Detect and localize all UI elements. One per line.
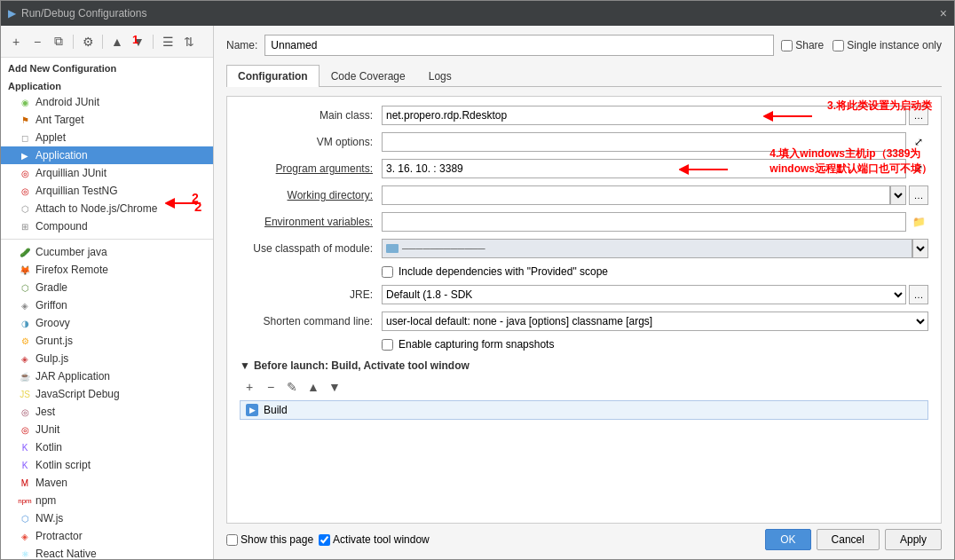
sidebar-item-gradle[interactable]: ⬡ Gradle — [1, 279, 213, 296]
classpath-module-select[interactable]: ▼ — [912, 239, 928, 258]
sidebar-item-javascript-debug[interactable]: JS JavaScript Debug — [1, 385, 213, 403]
sidebar-item-label: Gradle — [36, 281, 67, 294]
sidebar-item-android-junit[interactable]: ◉ Android JUnit — [1, 93, 213, 111]
main-class-expand-button[interactable]: … — [909, 106, 928, 125]
sidebar-item-label: JUnit — [36, 423, 59, 436]
apply-button[interactable]: Apply — [885, 529, 942, 550]
jar-icon: ☕ — [19, 370, 31, 383]
sidebar-item-applet[interactable]: ◻ Applet — [1, 129, 213, 146]
copy-configuration-button[interactable]: ⧉ — [49, 32, 68, 51]
before-launch-remove-button[interactable]: − — [261, 377, 280, 397]
program-args-input[interactable] — [382, 159, 906, 178]
sidebar-item-jar-application[interactable]: ☕ JAR Application — [1, 367, 213, 385]
sidebar-item-label: Grunt.js — [36, 335, 73, 347]
sort-button[interactable]: ⇅ — [179, 32, 199, 51]
sidebar-item-arquillian-testng[interactable]: ◎ Arquillian TestNG — [1, 182, 213, 200]
sidebar-item-kotlin-script[interactable]: K Kotlin script — [1, 456, 213, 474]
before-launch-add-button[interactable]: + — [240, 377, 259, 397]
arquillian-testng-icon: ◎ — [19, 185, 31, 197]
cucumber-icon: 🥒 — [19, 246, 31, 258]
move-up-button[interactable]: ▲ — [107, 32, 127, 51]
main-class-label: Main class: — [240, 109, 382, 122]
share-checkbox-label[interactable]: Share — [781, 39, 824, 51]
vm-options-label: VM options: — [240, 136, 382, 148]
tab-configuration[interactable]: Configuration — [226, 65, 320, 87]
settings-button[interactable]: ⚙ — [78, 32, 98, 51]
activate-window-label[interactable]: Activate tool window — [319, 533, 430, 546]
section-header-add-new[interactable]: Add New Configuration — [1, 58, 213, 75]
env-vars-input[interactable] — [382, 212, 906, 232]
name-input[interactable] — [264, 35, 774, 56]
section-divider-1 — [1, 239, 213, 240]
sidebar-item-ant-target[interactable]: ⚑ Ant Target — [1, 111, 213, 129]
sidebar-item-junit[interactable]: ◎ JUnit — [1, 421, 213, 438]
sidebar-item-compound[interactable]: ⊞ Compound — [1, 217, 213, 235]
show-page-checkbox[interactable] — [226, 534, 238, 546]
shorten-cmd-select[interactable]: user-local default: none - java [options… — [382, 312, 928, 331]
sidebar-item-protractor[interactable]: ◈ Protractor — [1, 527, 213, 545]
shorten-cmd-row: Shorten command line: user-local default… — [240, 312, 928, 331]
sidebar-item-jest[interactable]: ◎ Jest — [1, 403, 213, 421]
cancel-button[interactable]: Cancel — [817, 529, 880, 550]
enable-snapshots-checkbox[interactable] — [382, 339, 393, 351]
sidebar-item-maven[interactable]: M Maven — [1, 474, 213, 492]
jre-browse-button[interactable]: … — [909, 285, 928, 304]
before-launch-header[interactable]: ▼ Before launch: Build, Activate tool wi… — [240, 359, 928, 372]
tab-code-coverage[interactable]: Code Coverage — [320, 65, 417, 87]
maven-icon: M — [19, 477, 31, 489]
kotlin-script-icon: K — [19, 459, 31, 471]
main-class-input[interactable] — [382, 106, 906, 125]
jre-select[interactable]: Default (1.8 - SDK — [382, 285, 906, 304]
build-item: ▶ Build — [240, 400, 928, 420]
section-header-application[interactable]: Application — [1, 75, 213, 93]
program-args-expand-button[interactable]: ⤢ — [909, 159, 928, 178]
before-launch-edit-button[interactable]: ✎ — [282, 377, 302, 397]
before-launch-down-button[interactable]: ▼ — [325, 377, 344, 397]
sidebar-item-nwjs[interactable]: ⬡ NW.js — [1, 509, 213, 527]
jest-icon: ◎ — [19, 406, 31, 418]
sidebar-item-attach-nodejs[interactable]: ⬡ Attach to Node.js/Chrome — [1, 200, 213, 217]
program-args-label: Program arguments: — [240, 162, 382, 175]
working-dir-browse-button[interactable]: … — [909, 185, 928, 205]
toolbar-separator-1 — [73, 35, 74, 49]
sidebar-item-label: Kotlin script — [36, 459, 91, 471]
sidebar-item-griffon[interactable]: ◈ Griffon — [1, 296, 213, 314]
filter-button[interactable]: ☰ — [158, 32, 178, 51]
activate-window-checkbox[interactable] — [319, 534, 330, 546]
share-checkbox[interactable] — [781, 40, 793, 51]
sidebar-item-label: Gulp.js — [36, 352, 68, 365]
include-deps-checkbox[interactable] — [382, 266, 393, 278]
sidebar-item-kotlin[interactable]: K Kotlin — [1, 438, 213, 456]
vm-options-input[interactable] — [382, 132, 906, 152]
sidebar-item-arquillian-junit[interactable]: ◎ Arquillian JUnit — [1, 164, 213, 182]
tab-logs[interactable]: Logs — [417, 65, 463, 87]
working-dir-select[interactable]: ▼ — [890, 185, 906, 205]
config-body: 3.将此类设置为启动类 4.填入windows主机ip（3389为windows… — [226, 96, 942, 524]
ant-icon: ⚑ — [19, 114, 31, 126]
sidebar-item-label: Jest — [36, 406, 55, 418]
sidebar-item-groovy[interactable]: ◑ Groovy — [1, 314, 213, 332]
sidebar-item-npm[interactable]: npm npm — [1, 492, 213, 509]
add-configuration-button[interactable]: + — [6, 32, 26, 51]
classpath-module-icon — [386, 244, 399, 253]
remove-configuration-button[interactable]: − — [28, 32, 47, 51]
env-vars-browse-button[interactable]: 📁 — [909, 212, 928, 232]
sidebar-item-application[interactable]: ▶ Application — [1, 146, 213, 164]
ok-button[interactable]: OK — [765, 529, 810, 550]
working-dir-input[interactable] — [382, 185, 890, 205]
classpath-value[interactable]: ──────────── — [382, 239, 912, 258]
show-page-label[interactable]: Show this page — [226, 533, 313, 546]
vm-options-expand-button[interactable]: ⤢ — [909, 132, 928, 152]
single-instance-checkbox[interactable] — [833, 40, 844, 51]
sidebar-item-cucumber[interactable]: 🥒 Cucumber java — [1, 243, 213, 261]
sidebar-item-gulpjs[interactable]: ◈ Gulp.js — [1, 350, 213, 367]
window-title: Run/Debug Configurations — [21, 7, 940, 20]
title-bar: ▶ Run/Debug Configurations × — [1, 1, 954, 26]
sidebar-item-firefox-remote[interactable]: 🦊 Firefox Remote — [1, 261, 213, 279]
single-instance-checkbox-label[interactable]: Single instance only — [833, 39, 942, 51]
sidebar-item-gruntjs[interactable]: ⚙ Grunt.js — [1, 332, 213, 350]
sidebar-item-react-native[interactable]: ⚛ React Native — [1, 545, 213, 559]
sidebar-item-label: JAR Application — [36, 370, 110, 383]
close-button[interactable]: × — [940, 6, 947, 20]
before-launch-up-button[interactable]: ▲ — [304, 377, 323, 397]
